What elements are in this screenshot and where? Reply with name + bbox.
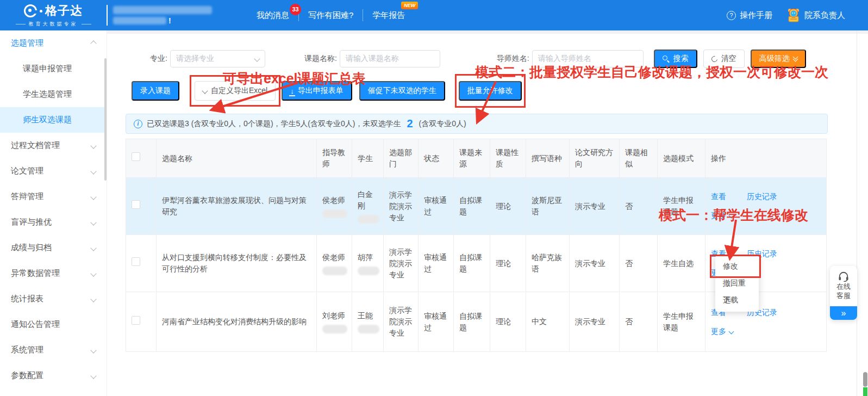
sidebar-item-abnormal-data[interactable]: 异常数据管理 [0,261,107,286]
service-label-line1: 在线 [836,282,851,291]
summary-info-bar: i 已双选课题3 (含双专业0人，0个课题)，学生5人(含双专业0人)，未双选学… [126,114,828,134]
sidebar-item-notice[interactable]: 通知公告管理 [0,312,107,337]
status-cell: 审核通过 [419,178,454,235]
menu-item-download[interactable]: 下载 [715,292,759,308]
chevron-down-icon [91,220,96,225]
brand-tagline: 教育大数据专家 [16,21,91,28]
advisor-cell: 刘老师 [317,292,352,352]
topic-title: 从对口支援到横向转移支付制度：必要性及可行性的分析 [157,235,317,292]
headset-icon [838,271,850,282]
batch-allow-modify-button[interactable]: 批量允许修改 [459,81,522,101]
page-scrollbar-marker [863,387,867,396]
topic-title: 伊犁河谷薰衣草旅游发展现状、问题与对策研究 [157,178,317,235]
sidebar-item-grades-archive[interactable]: 成绩与归档 [0,235,107,261]
col-student: 学生 [352,139,384,178]
nature-cell: 理论 [490,235,526,292]
row-checkbox[interactable] [132,200,140,209]
double-chevron-down-icon [794,57,797,61]
topic-title: 河南省产业结构变化对消费结构升级的影响 [157,292,317,352]
nature-cell: 理论 [490,292,526,352]
history-link[interactable]: 历史记录 [747,191,777,202]
advisor-cell: 侯老师 [317,235,352,292]
online-service-widget[interactable]: 在线 客服 » [830,266,857,320]
view-link[interactable]: 查看 [711,191,726,202]
sidebar-item-statistics[interactable]: 统计报表 [0,286,107,312]
header-divider [107,5,108,26]
status-cell: 审核通过 [419,292,454,352]
similarity-cell: 否 [620,235,658,292]
col-operations: 操作 [705,139,827,178]
header-right: ? 操作手册 院系负责人 [727,8,868,23]
redacted-name-blur [322,209,347,218]
col-similarity: 课题相似 [620,139,658,178]
direction-cell: 演示专业 [570,235,620,292]
urge-students-button[interactable]: 催促下未双选的学生 [359,81,445,101]
source-cell: 自拟课题 [454,178,490,235]
more-link[interactable]: 更多 [711,326,821,337]
annotation-export-excel: 可导出excel课题汇总表 [223,70,366,88]
mode-cell: 学生申报课题 [658,292,705,352]
new-badge: NEW [401,2,418,9]
sidebar-scrollbar-thumb[interactable] [104,58,107,181]
chevron-down-icon [255,57,259,61]
row-checkbox[interactable] [132,316,140,325]
sidebar-item-blind-review[interactable]: 盲评与推优 [0,209,107,235]
menu-item-withdraw-reselect[interactable]: 撤回重选 [715,275,759,292]
manual-link[interactable]: ? 操作手册 [727,10,772,21]
add-topic-button[interactable]: 录入课题 [132,81,179,101]
source-cell: 自拟课题 [454,235,490,292]
mascot-avatar-icon [786,8,801,23]
redacted-name-blur [322,325,347,333]
sidebar-item-topic-management[interactable]: 选题管理 [0,30,107,56]
student-cell: 胡萍 [352,235,384,292]
sidebar-item-mutual-selection[interactable]: 师生双选课题 [0,107,107,133]
select-all-checkbox[interactable] [132,152,140,161]
redacted-name-blur [358,267,379,275]
service-label-line2: 客服 [836,291,851,300]
language-cell: 中文 [526,292,570,352]
sidebar-item-student-topic[interactable]: 学生选题管理 [0,82,107,107]
department-cell: 演示学院演示专业 [384,292,419,352]
sidebar-item-system[interactable]: 系统管理 [0,337,107,363]
status-cell: 审核通过 [419,235,454,292]
chevron-down-icon [91,195,96,199]
service-expand-button[interactable]: » [830,306,857,320]
sidebar-item-thesis-management[interactable]: 论文管理 [0,158,107,184]
more-actions-menu: 修改 撤回重选 下载 [715,256,759,312]
page-scrollbar-thumb[interactable] [863,372,867,387]
similarity-cell: 否 [620,178,658,235]
refresh-icon [710,54,719,63]
user-role[interactable]: 院系负责人 [786,8,845,23]
download-icon: ↓ [290,88,294,95]
scroll-track-line [857,30,857,396]
advisor-cell: 侯老师 [317,178,352,235]
header-checkbox-cell [126,139,157,178]
sidebar-item-parameters[interactable]: 参数配置 [0,363,107,388]
messages-count-badge: 33 [290,4,301,15]
school-note: ! [168,16,171,25]
nav-my-messages[interactable]: 我的消息 33 [255,10,290,21]
header-nav: 我的消息 33 写作有困难? 学年报告 NEW [255,0,406,30]
sidebar-item-defense-management[interactable]: 答辩管理 [0,184,107,209]
topic-name-input[interactable]: 请输入课题名称 [340,50,440,67]
topics-table: 选题名称 指导教师 学生 选题部门 状态 课题来源 课题性质 撰写语种 论文研究… [126,139,827,352]
nature-cell: 理论 [490,178,526,235]
major-select[interactable]: 请选择专业 [170,50,265,67]
school-name-redacted: ! [113,6,212,25]
chevron-down-icon [91,169,96,174]
row-checkbox[interactable] [132,257,140,266]
col-language: 撰写语种 [526,139,570,178]
logo-dot [40,10,42,13]
chevron-down-icon [91,144,96,148]
logo: 格子达 教育大数据专家 [0,3,107,28]
col-direction: 论文研究方向 [570,139,620,178]
redacted-name-blur [322,267,347,275]
sidebar-item-process-docs[interactable]: 过程文档管理 [0,133,107,158]
nav-writing-help[interactable]: 写作有困难? [307,10,354,21]
col-source: 课题来源 [454,139,490,178]
nav-annual-report[interactable]: 学年报告 NEW [371,10,406,21]
menu-item-modify[interactable]: 修改 [715,258,759,275]
brand-name: 格子达 [45,3,83,19]
unselected-count: 2 [407,117,413,130]
sidebar-item-topic-declare[interactable]: 课题申报管理 [0,56,107,82]
